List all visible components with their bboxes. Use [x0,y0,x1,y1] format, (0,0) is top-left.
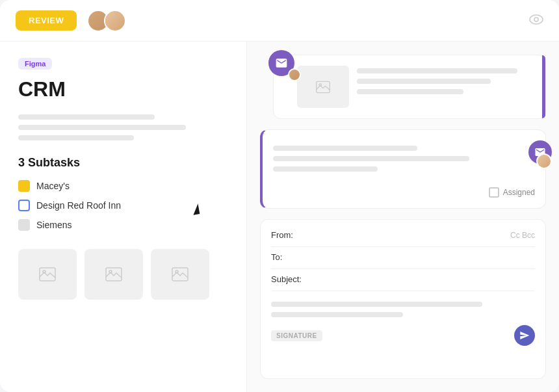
email-card-2[interactable]: Assigned [260,129,546,209]
compose-subject-row: Subject: [271,274,535,284]
email-user-avatar-1 [288,68,301,81]
desc-line-3 [18,135,134,140]
page-title: CRM [18,77,228,101]
to-label: To: [271,252,282,262]
list-item[interactable]: Siemens [18,219,228,231]
thumbnail-3[interactable] [151,249,209,300]
subject-label: Subject: [271,274,302,284]
left-panel: Figma CRM 3 Subtasks Macey's Design Red … [0,42,247,392]
svg-point-0 [530,15,543,24]
signature-badge: SIGNATURE [271,330,322,341]
subtasks-title: 3 Subtasks [18,156,228,170]
avatar-2 [104,10,126,32]
email-user-avatar-2 [536,153,552,169]
email-compose[interactable]: From: Cc Bcc To: Subject: SIGNATURE [260,219,546,379]
assigned-checkbox[interactable] [489,187,499,198]
review-button[interactable]: REVIEW [16,10,77,31]
email-card-inner-1 [297,66,535,108]
description-lines [18,114,228,140]
body-line [271,302,482,307]
thumbnail-1[interactable] [18,249,77,300]
email-card-1[interactable] [273,55,546,119]
svg-point-1 [534,18,538,21]
desc-line-2 [18,125,186,130]
list-item[interactable]: Design Red Roof Inn [18,200,228,211]
subtask-name: Macey's [36,181,70,191]
email-lines-2 [273,140,535,182]
main-content: Figma CRM 3 Subtasks Macey's Design Red … [0,42,559,392]
compose-body-lines [271,302,535,317]
eye-icon[interactable] [529,14,543,27]
right-panel: Assigned From: Cc Bcc To: [247,42,559,392]
email-thumbnail-1 [297,66,349,108]
thumbnails-row [18,249,228,300]
border-accent-1 [542,55,545,118]
email-lines-1 [357,66,535,99]
avatar-group [87,10,126,32]
compose-footer: SIGNATURE [271,325,535,346]
compose-divider-2 [271,268,535,269]
subtask-list: Macey's Design Red Roof Inn Siemens [18,180,228,231]
cc-label: Cc Bcc [510,231,535,240]
yellow-icon [18,180,30,192]
avatar-image-2 [105,11,125,31]
compose-from-row: From: Cc Bcc [271,230,535,240]
header: REVIEW [0,0,559,42]
body-line [271,312,403,317]
assigned-label: Assigned [503,188,535,197]
grey-icon [18,219,30,231]
figma-badge: Figma [18,58,52,70]
assigned-row: Assigned [273,187,535,198]
email-line [357,89,463,94]
compose-divider-1 [271,246,535,247]
compose-divider-3 [271,291,535,291]
compose-to-row: To: [271,252,535,262]
email-line [357,68,517,73]
subtask-name: Siemens [36,220,72,230]
email-line [273,146,417,151]
desc-line-1 [18,114,155,120]
list-item[interactable]: Macey's [18,180,228,192]
from-label: From: [271,230,293,240]
blue-icon [18,200,30,211]
send-button[interactable] [514,325,535,346]
subtask-name: Design Red Roof Inn [36,200,121,211]
app-container: REVIEW Figma CRM 3 [0,0,559,392]
email-line [273,166,378,172]
thumbnail-2[interactable] [84,249,143,300]
email-line [273,156,469,161]
email-line [357,79,491,84]
